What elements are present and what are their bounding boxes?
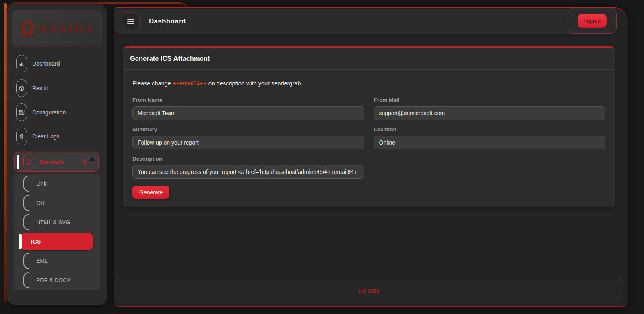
top-navbar: Dashboard	[114, 9, 617, 34]
menu-toggle-button[interactable]	[122, 12, 140, 30]
app-root: Dashboard Logout Generate ICS Attachment…	[0, 0, 644, 314]
logout-button[interactable]: Logout	[578, 14, 607, 28]
bracket-icon	[23, 253, 29, 269]
notice-text: Please change ++email64++ on description…	[132, 80, 605, 87]
submit-row: Generate	[132, 186, 605, 199]
from-mail-field: From Mail	[374, 97, 606, 120]
sidebar-item-configuration[interactable]: Configuration	[16, 101, 98, 124]
sidebar-item-label: Result	[32, 85, 48, 91]
main-content-area: Dashboard Logout Generate ICS Attachment…	[114, 7, 628, 307]
location-input[interactable]	[374, 136, 606, 149]
from-name-input[interactable]	[132, 106, 364, 120]
generate-submenu: Link QR HTML & SVG ICS EML	[14, 174, 100, 290]
description-label: Description	[132, 156, 364, 162]
chevron-left-icon: ❮	[82, 159, 87, 165]
card-title: Generate ICS Attachment	[130, 55, 210, 62]
sidebar-item-generate[interactable]: HTML Generate ❮	[14, 152, 99, 172]
bracket-icon	[23, 176, 29, 192]
description-input[interactable]	[132, 165, 364, 179]
card-header: Generate ICS Attachment	[123, 48, 615, 70]
from-name-field: From Name	[132, 97, 364, 120]
bar-chart-icon	[16, 55, 27, 72]
sidebar-item-label: Clear Logs	[32, 133, 60, 140]
from-name-label: From Name	[132, 97, 364, 103]
active-indicator-bar	[19, 234, 22, 249]
submenu-item-html-svg[interactable]: HTML & SVG	[14, 213, 100, 232]
from-mail-input[interactable]	[374, 106, 606, 120]
cube-icon	[16, 79, 27, 97]
description-field: Description	[132, 156, 364, 179]
ics-form: From Name From Mail Summary Location	[132, 97, 605, 179]
brand-logo[interactable]: Ω KRATOS	[12, 10, 102, 47]
omega-logo-icon: Ω	[20, 20, 35, 37]
sidebar-item-label: Generate	[39, 159, 64, 165]
summary-label: Summary	[132, 126, 364, 132]
submenu-item-pdf-docx[interactable]: PDF & DOCX	[14, 271, 100, 290]
bracket-icon	[23, 214, 29, 230]
bracket-icon	[23, 195, 29, 211]
hamburger-icon	[127, 19, 134, 20]
submenu-item-label: QR	[36, 200, 45, 206]
summary-input[interactable]	[132, 136, 364, 149]
sidebar-item-result[interactable]: Result	[16, 77, 98, 99]
settings-grid-icon	[16, 103, 27, 121]
sidebar-item-dashboard[interactable]: Dashboard	[16, 52, 98, 75]
generate-ics-card: Generate ICS Attachment Please change ++…	[123, 46, 615, 207]
bracket-icon	[23, 272, 29, 288]
submenu-item-ics-row: ICS	[14, 232, 100, 251]
sidebar-item-clear-logs[interactable]: Clear Logs	[16, 125, 98, 148]
notice-suffix: on description with your sendergrab	[207, 80, 301, 87]
trash-icon	[16, 128, 27, 145]
copyright-text: © K 2025	[358, 288, 379, 294]
notice-highlight: ++email64++	[173, 80, 207, 87]
brand-name: KRATOS	[40, 23, 94, 34]
from-mail-label: From Mail	[374, 97, 606, 103]
sidebar-item-label: Dashboard	[32, 60, 60, 67]
submenu-item-label: PDF & DOCX	[36, 277, 71, 283]
logout-container: Logout	[568, 8, 617, 34]
footer: © K 2025	[114, 279, 623, 303]
location-label: Location	[374, 126, 606, 132]
generate-submit-button[interactable]: Generate	[132, 186, 169, 199]
svg-text:HTML: HTML	[27, 163, 31, 165]
html-file-icon: HTML	[23, 153, 34, 171]
collapse-triangle-icon[interactable]	[89, 157, 95, 161]
card-body: Please change ++email64++ on description…	[123, 70, 615, 207]
sidebar-item-label: Configuration	[32, 109, 66, 116]
submenu-item-label: ICS	[31, 238, 41, 245]
submenu-item-label: Link	[36, 180, 47, 187]
submenu-item-label: EML	[36, 258, 48, 264]
page-title: Dashboard	[149, 17, 186, 25]
submenu-item-qr[interactable]: QR	[14, 193, 100, 213]
summary-field: Summary	[132, 126, 364, 149]
submenu-item-eml[interactable]: EML	[14, 251, 100, 271]
location-field: Location	[374, 126, 606, 149]
left-accent-stripe	[4, 3, 7, 302]
submenu-item-link[interactable]: Link	[14, 174, 100, 193]
submenu-item-label: HTML & SVG	[36, 219, 70, 225]
active-indicator-bar	[17, 155, 19, 169]
sidebar: Ω KRATOS Dashboard	[7, 4, 107, 305]
notice-prefix: Please change	[132, 80, 173, 87]
submenu-item-ics[interactable]: ICS	[20, 233, 93, 250]
